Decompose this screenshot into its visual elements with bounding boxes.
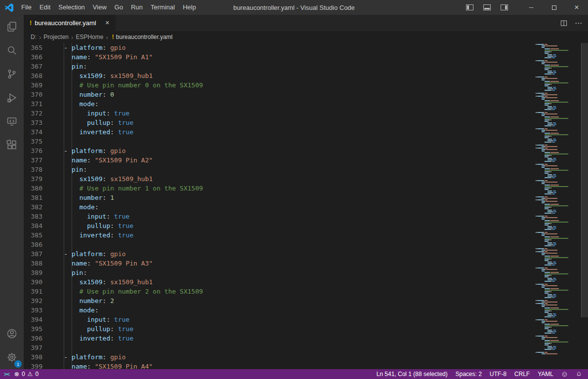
tab-bureaucontroller[interactable]: ! bureaucontroller.yaml ✕: [24, 15, 116, 31]
line-number[interactable]: 370: [24, 90, 48, 99]
minimap[interactable]: [532, 43, 581, 369]
line-number[interactable]: 382: [24, 202, 48, 212]
menu-go[interactable]: Go: [111, 0, 127, 15]
code-line[interactable]: 386: [24, 240, 529, 249]
activity-source-control[interactable]: [0, 62, 24, 86]
code-line[interactable]: 377 name: "SX1509 Pin A2": [24, 155, 529, 165]
notifications-bell-icon[interactable]: [576, 371, 582, 378]
line-number[interactable]: 381: [24, 193, 48, 202]
code-line[interactable]: 371 mode:: [24, 99, 529, 109]
line-number[interactable]: 388: [24, 259, 48, 268]
code-line[interactable]: 366 name: "SX1509 Pin A1": [24, 52, 529, 62]
code-line[interactable]: 378 pin:: [24, 165, 529, 174]
line-number[interactable]: 394: [24, 315, 48, 324]
line-number[interactable]: 393: [24, 305, 48, 315]
line-number[interactable]: 373: [24, 118, 48, 127]
breadcrumb-item-drive[interactable]: D:: [31, 34, 37, 40]
code-line[interactable]: 368 sx1509: sx1509_hub1: [24, 71, 529, 80]
editor[interactable]: 365 - platform: gpio366 name: "SX1509 Pi…: [24, 43, 588, 369]
maximize-button[interactable]: [543, 0, 565, 15]
code-line[interactable]: 375: [24, 137, 529, 146]
menu-file[interactable]: File: [17, 0, 36, 15]
code-line[interactable]: 385 inverted: true: [24, 230, 529, 240]
code-line[interactable]: 397: [24, 343, 529, 352]
line-number[interactable]: 377: [24, 155, 48, 165]
code-line[interactable]: 380 # Use pin number 1 on the SX1509: [24, 184, 529, 193]
code-line[interactable]: 395 pullup: true: [24, 324, 529, 334]
cursor-position[interactable]: Ln 541, Col 1 (88 selected): [376, 371, 447, 378]
line-number[interactable]: 387: [24, 249, 48, 259]
eol-status[interactable]: CRLF: [514, 371, 530, 378]
code-line[interactable]: 381 number: 1: [24, 193, 529, 202]
code-line[interactable]: 394 input: true: [24, 315, 529, 324]
line-number[interactable]: 367: [24, 62, 48, 71]
line-number[interactable]: 379: [24, 174, 48, 184]
code-line[interactable]: 367 pin:: [24, 62, 529, 71]
menu-edit[interactable]: Edit: [36, 0, 54, 15]
line-number[interactable]: 396: [24, 334, 48, 343]
language-mode[interactable]: YAML: [538, 371, 553, 378]
code-line[interactable]: 383 input: true: [24, 212, 529, 221]
vertical-scrollbar[interactable]: [581, 43, 588, 369]
code-line[interactable]: 370 number: 0: [24, 90, 529, 99]
minimize-button[interactable]: ─: [520, 0, 543, 15]
line-number[interactable]: 395: [24, 324, 48, 334]
activity-account[interactable]: [0, 322, 24, 345]
problems-status[interactable]: ⊗ 0 ⚠ 0: [14, 371, 39, 378]
activity-explorer[interactable]: [0, 15, 24, 38]
line-number[interactable]: 385: [24, 230, 48, 240]
line-number[interactable]: 368: [24, 71, 48, 80]
menu-view[interactable]: View: [89, 0, 111, 15]
code-line[interactable]: 384 pullup: true: [24, 221, 529, 230]
remote-indicator-icon[interactable]: ><: [4, 371, 9, 377]
toggle-secondary-sidebar-icon[interactable]: [501, 4, 508, 10]
line-number[interactable]: 380: [24, 184, 48, 193]
activity-remote-explorer[interactable]: [0, 110, 24, 133]
code-line[interactable]: 372 input: true: [24, 109, 529, 118]
code-line[interactable]: 399 name: "SX1509 Pin A4": [24, 362, 529, 369]
code-line[interactable]: 376 - platform: gpio: [24, 146, 529, 155]
toggle-panel-icon[interactable]: [483, 4, 491, 10]
activity-run-debug[interactable]: [0, 86, 24, 110]
encoding-status[interactable]: UTF-8: [490, 371, 507, 378]
menu-help[interactable]: Help: [179, 0, 200, 15]
code-line[interactable]: 388 name: "SX1509 Pin A3": [24, 259, 529, 268]
code-line[interactable]: 379 sx1509: sx1509_hub1: [24, 174, 529, 184]
breadcrumb-item-projecten[interactable]: Projecten: [43, 34, 69, 40]
code-line[interactable]: 374 inverted: true: [24, 127, 529, 137]
indentation-status[interactable]: Spaces: 2: [455, 371, 481, 378]
activity-search[interactable]: [0, 38, 24, 62]
line-number[interactable]: 386: [24, 240, 48, 249]
line-number[interactable]: 372: [24, 109, 48, 118]
line-number[interactable]: 383: [24, 212, 48, 221]
split-editor-icon[interactable]: [560, 19, 568, 27]
line-number[interactable]: 392: [24, 296, 48, 305]
code-line[interactable]: 389 pin:: [24, 268, 529, 277]
code-line[interactable]: 396 inverted: true: [24, 334, 529, 343]
line-number[interactable]: 375: [24, 137, 48, 146]
menu-selection[interactable]: Selection: [54, 0, 88, 15]
line-number[interactable]: 369: [24, 80, 48, 90]
line-number[interactable]: 399: [24, 362, 48, 369]
toggle-sidebar-icon[interactable]: [466, 4, 473, 10]
line-number[interactable]: 389: [24, 268, 48, 277]
code-line[interactable]: 390 sx1509: sx1509_hub1: [24, 277, 529, 287]
line-number[interactable]: 365: [24, 43, 48, 52]
feedback-icon[interactable]: [561, 371, 568, 378]
code-line[interactable]: 392 number: 2: [24, 296, 529, 305]
code-line[interactable]: 391 # Use pin number 2 on the SX1509: [24, 287, 529, 296]
activity-settings[interactable]: 1: [0, 345, 24, 369]
line-number[interactable]: 384: [24, 221, 48, 230]
code-line[interactable]: 398 - platform: gpio: [24, 352, 529, 362]
code-line[interactable]: 393 mode:: [24, 305, 529, 315]
menu-run[interactable]: Run: [127, 0, 147, 15]
code-line[interactable]: 373 pullup: true: [24, 118, 529, 127]
line-number[interactable]: 390: [24, 277, 48, 287]
line-number[interactable]: 371: [24, 99, 48, 109]
line-number[interactable]: 376: [24, 146, 48, 155]
line-number[interactable]: 391: [24, 287, 48, 296]
line-number[interactable]: 397: [24, 343, 48, 352]
breadcrumb-item-esphome[interactable]: ESPHome: [76, 34, 103, 40]
line-number[interactable]: 378: [24, 165, 48, 174]
line-number[interactable]: 374: [24, 127, 48, 137]
